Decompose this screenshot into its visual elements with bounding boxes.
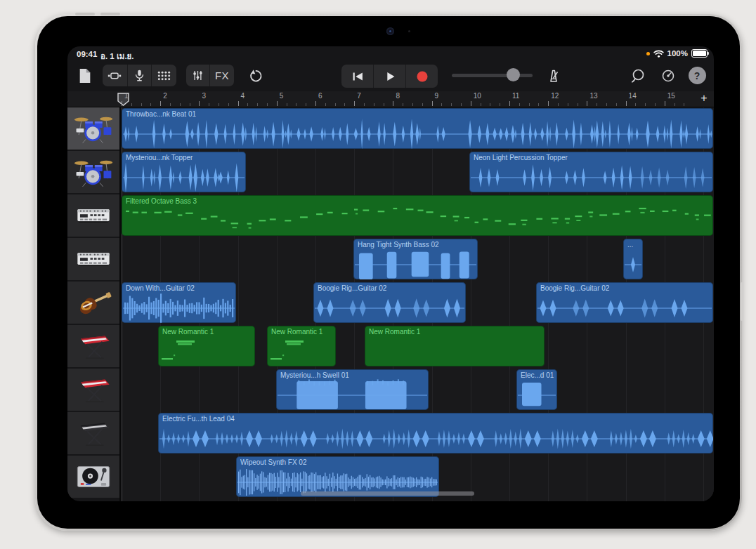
region-label: Filtered Octave Bass 3 bbox=[126, 197, 711, 205]
synth-module-icon bbox=[73, 244, 114, 274]
mixer-button[interactable] bbox=[186, 65, 209, 86]
side-button bbox=[741, 282, 743, 321]
region-label: New Romantic 1 bbox=[369, 328, 542, 336]
region[interactable]: Boogie Rig...Guitar 02 bbox=[313, 282, 466, 323]
volume-slider[interactable] bbox=[452, 65, 533, 85]
turntable-icon bbox=[73, 461, 114, 492]
red-keyboard-icon bbox=[73, 374, 114, 405]
ruler-measure-8: 8 bbox=[396, 92, 400, 100]
toolbar: FX bbox=[67, 62, 714, 91]
volume-button-1 bbox=[75, 13, 95, 15]
timeline-lanes: Throwbac...nk Beat 01Mysteriou...nk Topp… bbox=[122, 107, 714, 501]
track-lane: Throwbac...nk Beat 01 bbox=[122, 107, 714, 150]
region[interactable]: Electric Fu...th Lead 04 bbox=[158, 413, 713, 454]
transport-controls bbox=[341, 65, 438, 88]
tracks-view-icon bbox=[107, 68, 122, 84]
track-header-drum-kit[interactable] bbox=[67, 151, 119, 193]
ruler-measure-4: 4 bbox=[241, 92, 245, 100]
timeline-ruler[interactable]: + 123456789101112131415 bbox=[67, 91, 714, 107]
play-button[interactable] bbox=[374, 65, 405, 88]
track-lane: Electric Fu...th Lead 04 bbox=[122, 412, 714, 454]
track-header-synth-module[interactable] bbox=[67, 238, 119, 280]
region[interactable]: New Romantic 1 bbox=[365, 326, 545, 366]
region-label: New Romantic 1 bbox=[271, 328, 334, 336]
electric-guitar-icon bbox=[73, 287, 114, 318]
region[interactable]: Elec...d 01 bbox=[516, 369, 557, 410]
recording-indicator-dot bbox=[646, 52, 650, 55]
status-bar: 09:41 อ. 1 เม.ย. 100% bbox=[67, 46, 714, 62]
audio-recorder-button[interactable] bbox=[128, 65, 152, 86]
track-header-red-keyboard[interactable] bbox=[67, 325, 119, 367]
play-icon bbox=[382, 69, 398, 84]
region[interactable]: New Romantic 1 bbox=[158, 326, 255, 366]
region[interactable]: Filtered Octave Bass 3 bbox=[122, 195, 713, 236]
grid-dots-icon bbox=[156, 69, 172, 83]
region-label: ... bbox=[627, 241, 641, 249]
track-lane: Mysteriou...h Swell 01Elec...d 01 bbox=[122, 369, 714, 411]
rewind-to-start-icon bbox=[350, 69, 365, 84]
microphone-icon bbox=[132, 68, 147, 83]
rewind-button[interactable] bbox=[341, 65, 373, 88]
track-lane: Down With...Guitar 02Boogie Rig...Guitar… bbox=[122, 282, 714, 324]
region-label: New Romantic 1 bbox=[162, 328, 253, 336]
region[interactable]: ... bbox=[623, 239, 643, 279]
add-measures-button[interactable]: + bbox=[698, 92, 710, 105]
region-label: Throwbac...nk Beat 01 bbox=[126, 110, 711, 118]
track-header-dark-keyboard[interactable] bbox=[67, 412, 119, 454]
region[interactable]: Down With...Guitar 02 bbox=[122, 282, 236, 323]
region[interactable]: Hang Tight Synth Bass 02 bbox=[353, 239, 478, 279]
settings-dial-icon bbox=[660, 67, 677, 84]
wifi-icon bbox=[653, 50, 664, 58]
help-icon: ? bbox=[689, 67, 706, 84]
undo-button[interactable] bbox=[243, 65, 267, 86]
region-label: Wipeout Synth FX 02 bbox=[240, 458, 437, 466]
settings-button[interactable] bbox=[658, 65, 679, 86]
track-header-drum-kit[interactable] bbox=[67, 107, 119, 150]
region-label: Elec...d 01 bbox=[521, 371, 555, 379]
track-header-red-keyboard[interactable] bbox=[67, 369, 119, 411]
ipad-device: 09:41 อ. 1 เม.ย. 100% bbox=[35, 14, 742, 531]
horizontal-scrollbar[interactable] bbox=[301, 491, 474, 496]
ruler-measure-13: 13 bbox=[589, 92, 597, 100]
synth-module-icon bbox=[73, 200, 114, 231]
battery-icon bbox=[691, 49, 708, 58]
track-header-synth-module[interactable] bbox=[67, 194, 119, 237]
front-camera-icon bbox=[386, 27, 394, 35]
loop-browser-icon bbox=[630, 67, 646, 84]
mixer-fx-group: FX bbox=[186, 65, 234, 86]
region[interactable]: New Romantic 1 bbox=[267, 326, 336, 366]
ruler-measure-6: 6 bbox=[318, 92, 322, 100]
ruler-measure-5: 5 bbox=[280, 92, 284, 100]
track-lane: Mysteriou...nk TopperNeon Light Percussi… bbox=[122, 151, 714, 193]
track-header-turntable[interactable] bbox=[67, 456, 119, 498]
ruler-measure-15: 15 bbox=[667, 92, 675, 100]
region-label: Electric Fu...th Lead 04 bbox=[162, 415, 711, 423]
ruler-measure-14: 14 bbox=[629, 92, 637, 100]
ruler-measure-1: 1 bbox=[124, 92, 129, 100]
ruler-measure-2: 2 bbox=[163, 92, 167, 100]
region[interactable]: Throwbac...nk Beat 01 bbox=[122, 108, 713, 149]
status-date: อ. 1 เม.ย. bbox=[100, 50, 134, 62]
track-header-electric-guitar[interactable] bbox=[67, 282, 119, 324]
record-button[interactable] bbox=[406, 65, 438, 88]
region-label: Boogie Rig...Guitar 02 bbox=[318, 284, 464, 292]
song-browser-button[interactable] bbox=[74, 65, 96, 86]
ruler-measure-9: 9 bbox=[435, 92, 439, 100]
volume-slider-knob[interactable] bbox=[507, 68, 520, 81]
track-lane: Filtered Octave Bass 3 bbox=[122, 194, 714, 237]
region[interactable]: Mysteriou...h Swell 01 bbox=[276, 369, 429, 410]
loop-browser-button[interactable] bbox=[627, 65, 649, 86]
tracks-view-button[interactable] bbox=[103, 65, 127, 86]
help-button[interactable]: ? bbox=[687, 65, 707, 86]
fx-button[interactable]: FX bbox=[210, 65, 234, 86]
live-loops-grid-button[interactable] bbox=[152, 65, 176, 86]
mixer-sliders-icon bbox=[190, 68, 205, 83]
dark-keyboard-icon bbox=[73, 418, 114, 449]
drum-kit-icon bbox=[73, 157, 114, 187]
metronome-button[interactable] bbox=[542, 65, 566, 86]
track-lane: New Romantic 1New Romantic 1New Romantic… bbox=[122, 325, 714, 367]
region[interactable]: Boogie Rig...Guitar 02 bbox=[536, 282, 713, 323]
region[interactable]: Mysteriou...nk Topper bbox=[122, 152, 246, 192]
region[interactable]: Neon Light Percussion Topper bbox=[469, 152, 713, 192]
page-background: 09:41 อ. 1 เม.ย. 100% bbox=[0, 0, 756, 549]
